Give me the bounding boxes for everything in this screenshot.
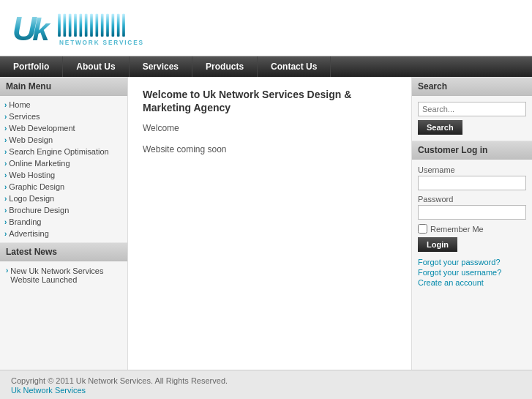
list-item: › Services — [0, 111, 127, 122]
menu-arrow: › — [4, 136, 7, 144]
svg-rect-11 — [106, 13, 109, 36]
nav-services[interactable]: Services — [130, 56, 192, 77]
search-button[interactable]: Search — [418, 120, 462, 135]
menu-services[interactable]: › Services — [4, 112, 121, 121]
search-section: Search — [412, 96, 532, 141]
nav-portfolio[interactable]: Portfolio — [0, 56, 63, 77]
menu-arrow: › — [4, 218, 7, 226]
list-item: › Advertising — [0, 228, 127, 239]
footer: Copyright © 2011 Uk Network Services. Al… — [0, 370, 532, 399]
menu-arrow: › — [4, 183, 7, 191]
remember-checkbox[interactable] — [418, 224, 427, 234]
menu-seo[interactable]: › Search Engine Optimisation — [4, 147, 121, 156]
menu-branding[interactable]: › Branding — [4, 217, 121, 226]
nav-products[interactable]: Products — [192, 56, 258, 77]
list-item: › Web Design — [0, 134, 127, 146]
login-title: Customer Log in — [412, 141, 532, 160]
svg-rect-10 — [101, 13, 104, 36]
login-button[interactable]: Login — [418, 237, 457, 252]
svg-rect-2 — [58, 13, 61, 36]
username-label: Username — [418, 165, 526, 174]
menu-arrow: › — [4, 160, 7, 168]
password-input[interactable] — [418, 205, 526, 220]
main-content: Welcome to Uk Network Services Design & … — [128, 77, 411, 370]
svg-rect-7 — [85, 13, 88, 36]
list-item: › Web Development — [0, 122, 127, 134]
latest-news-title: Latest News — [0, 242, 127, 261]
search-title: Search — [412, 77, 532, 96]
svg-text:NETWORK SERVICES: NETWORK SERVICES — [59, 39, 144, 45]
svg-rect-4 — [69, 13, 72, 36]
header: U k — [0, 0, 532, 56]
list-item: › Branding — [0, 216, 127, 228]
svg-rect-8 — [90, 13, 93, 36]
right-sidebar: Search Search Customer Log in Username P… — [411, 77, 532, 370]
list-item: › Search Engine Optimisation — [0, 146, 127, 157]
nav-contact[interactable]: Contact Us — [258, 56, 331, 77]
news-link-1[interactable]: › New Uk Network Services Website Launch… — [6, 266, 121, 284]
footer-link[interactable]: Uk Network Services — [11, 386, 86, 395]
username-input[interactable] — [418, 176, 526, 190]
menu-web-hosting[interactable]: › Web Hosting — [4, 171, 121, 179]
menu-logo-design[interactable]: › Logo Design — [4, 194, 121, 203]
menu-arrow: › — [4, 206, 7, 215]
main-menu-title: Main Menu — [0, 77, 127, 96]
page-title: Welcome to Uk Network Services Design & … — [143, 88, 397, 114]
menu-arrow: › — [4, 171, 7, 179]
list-item: › Logo Design — [0, 193, 127, 204]
svg-rect-5 — [74, 13, 77, 36]
list-item: › New Uk Network Services Website Launch… — [0, 264, 127, 286]
menu-arrow: › — [6, 266, 8, 275]
menu-arrow: › — [4, 101, 7, 109]
menu-arrow: › — [4, 113, 7, 121]
menu-brochure-design[interactable]: › Brochure Design — [4, 206, 121, 215]
menu-advertising[interactable]: › Advertising — [4, 229, 121, 238]
sidebar: Main Menu › Home › Services › Web Develo… — [0, 77, 128, 370]
list-item: › Home — [0, 99, 127, 111]
forgot-password-link[interactable]: Forgot your password? — [418, 258, 526, 266]
svg-rect-9 — [96, 13, 99, 36]
list-item: › Online Marketing — [0, 157, 127, 169]
menu-arrow: › — [4, 195, 7, 203]
menu-arrow: › — [4, 230, 7, 238]
footer-copyright: Copyright © 2011 Uk Network Services. Al… — [11, 376, 521, 385]
svg-rect-14 — [122, 13, 125, 36]
main-wrapper: Main Menu › Home › Services › Web Develo… — [0, 77, 532, 370]
svg-rect-6 — [80, 13, 83, 36]
logo-svg: U k — [11, 7, 172, 49]
search-input[interactable] — [418, 102, 526, 116]
svg-rect-12 — [112, 13, 115, 36]
create-account-link[interactable]: Create an account — [418, 278, 526, 287]
password-label: Password — [418, 195, 526, 204]
svg-rect-3 — [64, 13, 67, 36]
menu-web-dev[interactable]: › Web Development — [4, 124, 121, 133]
menu-arrow: › — [4, 148, 7, 156]
navigation: Portfolio About Us Services Products Con… — [0, 56, 532, 77]
logo-graphic: U k — [11, 7, 172, 48]
menu-online-marketing[interactable]: › Online Marketing — [4, 159, 121, 168]
menu-home[interactable]: › Home — [4, 100, 121, 109]
forgot-username-link[interactable]: Forgot your username? — [418, 268, 526, 277]
login-section: Username Password Remember Me Login Forg… — [412, 160, 532, 294]
svg-rect-13 — [117, 13, 120, 36]
svg-text:k: k — [32, 12, 51, 47]
content-body: Website coming soon — [143, 144, 397, 154]
content-welcome: Welcome — [143, 123, 397, 133]
remember-row: Remember Me — [418, 224, 526, 234]
logo-area: U k — [11, 7, 521, 48]
list-item: › Web Hosting — [0, 169, 127, 181]
menu-web-design[interactable]: › Web Design — [4, 135, 121, 144]
sidebar-news: › New Uk Network Services Website Launch… — [0, 261, 127, 289]
list-item: › Graphic Design — [0, 181, 127, 193]
list-item: › Brochure Design — [0, 204, 127, 216]
sidebar-menu: › Home › Services › Web Development › — [0, 96, 127, 242]
remember-label: Remember Me — [430, 225, 484, 234]
menu-graphic-design[interactable]: › Graphic Design — [4, 182, 121, 191]
nav-about[interactable]: About Us — [63, 56, 129, 77]
menu-arrow: › — [4, 124, 7, 133]
